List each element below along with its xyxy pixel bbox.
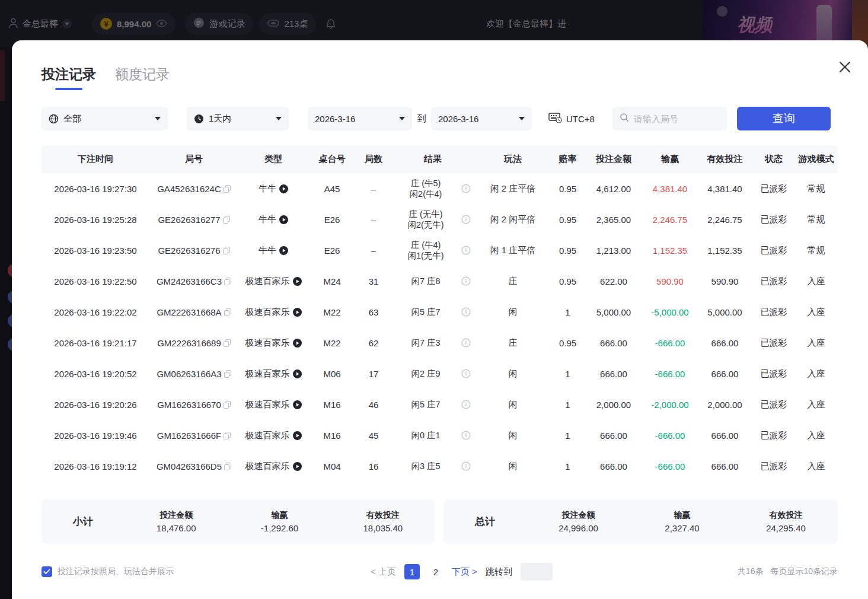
column-header: 桌台号 bbox=[308, 154, 356, 165]
date-to-picker[interactable]: 2026-3-16 bbox=[431, 107, 532, 130]
game-id-cell: GE2626316276 bbox=[149, 246, 238, 256]
bet-time: 2026-03-16 19:22:50 bbox=[42, 276, 149, 286]
column-header: 有效投注 bbox=[697, 154, 753, 165]
info-icon[interactable] bbox=[461, 215, 471, 224]
info-icon[interactable] bbox=[461, 461, 471, 471]
valid-bet: 666.00 bbox=[697, 369, 753, 379]
subtotal-bet-amount: 18,476.00 bbox=[157, 523, 196, 533]
bet-amount: 4,612.00 bbox=[584, 184, 643, 194]
game-type-cell: 极速百家乐 bbox=[238, 461, 308, 472]
play-type: 闲 bbox=[474, 461, 551, 472]
play-icon[interactable] bbox=[293, 431, 302, 440]
timezone-selector[interactable]: UTC+8 bbox=[548, 112, 595, 125]
date-from-picker[interactable]: 2026-3-16 bbox=[308, 107, 412, 130]
info-icon[interactable] bbox=[461, 307, 471, 317]
pagination: < 上页 1 2 下页 > 跳转到 bbox=[371, 563, 553, 581]
valid-bet: 1,152.35 bbox=[697, 246, 753, 256]
game-type: 极速百家乐 bbox=[245, 399, 290, 410]
info-icon[interactable] bbox=[461, 431, 471, 440]
info-icon[interactable] bbox=[461, 246, 471, 255]
bet-time: 2026-03-16 19:20:26 bbox=[42, 400, 149, 410]
copy-icon[interactable] bbox=[224, 432, 231, 439]
game-mode: 入座 bbox=[794, 276, 838, 287]
win-loss: 4,381.40 bbox=[643, 184, 697, 194]
table-number: M22 bbox=[308, 307, 356, 317]
game-mode: 入座 bbox=[794, 430, 838, 441]
game-mode: 常规 bbox=[794, 245, 838, 256]
info-icon[interactable] bbox=[461, 276, 471, 286]
valid-bet: 666.00 bbox=[697, 338, 753, 348]
game-id-cell: GE2626316277 bbox=[149, 215, 238, 225]
info-icon[interactable] bbox=[461, 184, 471, 193]
globe-icon bbox=[49, 114, 59, 124]
result-line-2: 闲2(无牛) bbox=[407, 219, 443, 230]
copy-icon[interactable] bbox=[224, 339, 231, 347]
copy-icon[interactable] bbox=[224, 308, 231, 316]
bet-time: 2026-03-16 19:22:02 bbox=[42, 307, 149, 317]
chevron-down-icon bbox=[276, 117, 282, 120]
play-icon[interactable] bbox=[293, 277, 302, 286]
result-line-1: 闲7 庄8 bbox=[411, 276, 440, 286]
result-line-1: 庄 (无牛) bbox=[409, 209, 442, 219]
tab-quota-records[interactable]: 额度记录 bbox=[115, 65, 170, 90]
round-count: – bbox=[356, 184, 391, 194]
play-icon[interactable] bbox=[293, 400, 302, 409]
info-icon[interactable] bbox=[461, 338, 471, 348]
total-records-count: 共16条 bbox=[738, 566, 764, 577]
prev-page-button[interactable]: < 上页 bbox=[371, 566, 396, 578]
status: 已派彩 bbox=[753, 183, 794, 195]
game-id-cell: GM2226316689 bbox=[149, 338, 238, 348]
merge-checkbox[interactable] bbox=[42, 566, 52, 577]
play-icon[interactable] bbox=[293, 339, 302, 348]
play-icon[interactable] bbox=[279, 184, 288, 193]
result-line-1: 庄 (牛4) bbox=[411, 240, 441, 250]
tab-bet-records[interactable]: 投注记录 bbox=[42, 65, 96, 90]
round-count: 63 bbox=[356, 307, 391, 317]
merge-checkbox-label: 投注记录按照局、玩法合并展示 bbox=[58, 566, 174, 577]
odds: 0.95 bbox=[551, 215, 584, 225]
date-from-value: 2026-3-16 bbox=[315, 114, 355, 124]
table-row: 2026-03-16 19:20:26GM1626316670极速百家乐M164… bbox=[42, 389, 838, 420]
play-icon[interactable] bbox=[279, 246, 288, 255]
info-icon[interactable] bbox=[461, 400, 471, 409]
copy-icon[interactable] bbox=[224, 185, 231, 193]
odds: 0.95 bbox=[551, 246, 584, 256]
status: 已派彩 bbox=[753, 245, 794, 256]
copy-icon[interactable] bbox=[224, 401, 231, 409]
win-loss-label: 输赢 bbox=[674, 510, 691, 521]
copy-icon[interactable] bbox=[223, 247, 230, 254]
time-range-dropdown[interactable]: 1天内 bbox=[187, 107, 289, 130]
next-page-button[interactable]: 下页 > bbox=[452, 566, 477, 578]
page-2-button[interactable]: 2 bbox=[428, 564, 443, 579]
table-row: 2026-03-16 19:22:50GM24263166C3极速百家乐M243… bbox=[42, 266, 838, 297]
play-icon[interactable] bbox=[293, 369, 302, 378]
info-icon[interactable] bbox=[461, 369, 471, 378]
play-type: 闲 2 闲平倍 bbox=[474, 214, 551, 225]
page-1-button[interactable]: 1 bbox=[404, 564, 420, 579]
table-row: 2026-03-16 19:19:12GM04263166D5极速百家乐M041… bbox=[42, 451, 838, 482]
bet-amount: 666.00 bbox=[584, 431, 643, 441]
bet-amount: 666.00 bbox=[584, 338, 643, 348]
copy-icon[interactable] bbox=[224, 370, 231, 378]
game-type-cell: 牛牛 bbox=[238, 214, 308, 225]
copy-icon[interactable] bbox=[224, 463, 231, 470]
jump-to-input[interactable] bbox=[521, 563, 553, 581]
round-search bbox=[612, 107, 727, 130]
play-icon[interactable] bbox=[293, 308, 302, 317]
game-id: GM24263166C3 bbox=[157, 276, 222, 286]
game-type: 极速百家乐 bbox=[245, 430, 290, 441]
copy-icon[interactable] bbox=[224, 278, 231, 285]
copy-icon[interactable] bbox=[223, 216, 230, 224]
round-count: 16 bbox=[356, 461, 391, 471]
odds: 1 bbox=[551, 461, 584, 471]
play-icon[interactable] bbox=[293, 462, 302, 471]
round-search-input[interactable] bbox=[634, 114, 720, 124]
column-header: 状态 bbox=[753, 154, 794, 165]
valid-bet: 590.90 bbox=[697, 276, 753, 286]
table-body: 2026-03-16 19:27:30GA452631624C牛牛A45–庄 (… bbox=[42, 173, 838, 482]
category-dropdown[interactable]: 全部 bbox=[42, 107, 168, 130]
play-icon[interactable] bbox=[279, 215, 288, 224]
close-icon[interactable] bbox=[837, 59, 853, 75]
query-button[interactable]: 查询 bbox=[737, 107, 831, 130]
bet-amount: 5,000.00 bbox=[584, 307, 643, 317]
